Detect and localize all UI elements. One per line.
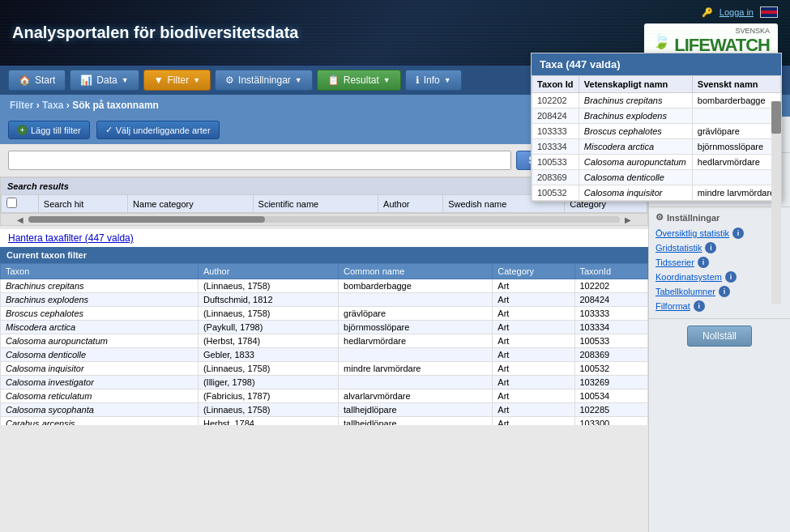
taxon-table-row[interactable]: Calosoma reticulatum(Fabricius, 1787)alv… [1, 389, 648, 403]
taxon-table-cell: tallhejdlöpare [339, 403, 493, 417]
taxon-col-name: Taxon [1, 264, 199, 279]
taxa-popup-row[interactable]: 102202Brachinus crepitansbombarderbagge [532, 93, 781, 109]
table-icon: 📋 [327, 74, 339, 86]
taxa-popup-cell: hedlarvmördare [692, 155, 780, 170]
taxon-table-cell: Herbst, 1784 [198, 417, 338, 426]
taxon-table-cell: 103269 [574, 376, 648, 389]
search-input[interactable] [8, 151, 511, 170]
taxa-popup-scroll[interactable]: Taxon Id Vetenskapligt namn Svenskt namn… [532, 75, 781, 201]
scroll-left-arrow[interactable]: ◀ [17, 215, 23, 224]
taxa-popup-cell: Brachinus crepitans [579, 93, 692, 109]
breadcrumb-filter-link[interactable]: Filter [10, 100, 33, 111]
taxa-popup-scrollbar[interactable] [771, 101, 781, 304]
nav-info-label: Info [424, 74, 440, 86]
nollstall-button[interactable]: Nollställ [687, 326, 752, 347]
taxa-popup-header: Taxa (447 valda) [532, 53, 781, 75]
login-link[interactable]: Logga in [720, 7, 754, 17]
taxon-tbody: Brachinus crepitans(Linnaeus, 1758)bomba… [1, 279, 648, 426]
gridstatistik-link[interactable]: Gridstatistik [655, 243, 702, 253]
taxa-popup-cell [692, 170, 780, 185]
nav-data-button[interactable]: 📊 Data ▼ [70, 70, 139, 91]
taxon-table-cell: Gebler, 1833 [198, 348, 338, 362]
taxon-table-row[interactable]: Brachinus explodensDuftschmid, 1812Art20… [1, 293, 648, 307]
nav-start-button[interactable]: 🏠 Start [8, 70, 66, 91]
taxa-popup-cell: Broscus cephalotes [579, 124, 692, 139]
filformat-row: Filformat i [655, 299, 784, 313]
taxon-table-cell: tallhejdlöpare [339, 417, 493, 426]
login-area: 🔑 Logga in [702, 6, 778, 18]
koordinatsystem-link[interactable]: Koordinatsystem [655, 272, 722, 282]
nav-installningar-button[interactable]: ⚙ Inställningar ▼ [215, 70, 313, 91]
gridstatistik-info-icon[interactable]: i [705, 242, 716, 253]
oversiktlig-link[interactable]: Översiktlig statistik [655, 228, 729, 238]
scroll-right-arrow[interactable]: ▶ [625, 215, 631, 224]
oversiktlig-row: Översiktlig statistik i [655, 226, 784, 240]
taxon-table-cell: Art [493, 307, 574, 321]
taxon-table-row[interactable]: Calosoma sycophanta(Linnaeus, 1758)tallh… [1, 403, 648, 417]
nav-data-label: Data [96, 74, 117, 86]
col-checkbox [2, 195, 39, 213]
nav-resultat-button[interactable]: 📋 Resultat ▼ [317, 70, 401, 91]
taxon-table-cell: Art [493, 417, 574, 426]
taxa-popup-row[interactable]: 208424Brachinus explodens [532, 109, 781, 124]
taxa-popup-row[interactable]: 103333Broscus cephalotesgrävlöpare [532, 124, 781, 139]
nav-start-label: Start [35, 74, 55, 86]
tabellkolumner-info-icon[interactable]: i [719, 286, 730, 297]
taxon-table-row[interactable]: Carabus arcensisHerbst, 1784tallhejdlöpa… [1, 417, 648, 426]
taxon-table-cell: Carabus arcensis [1, 417, 199, 426]
nav-filter-label: Filter [168, 74, 190, 86]
taxon-table-row[interactable]: Broscus cephalotes(Linnaeus, 1758)grävlö… [1, 307, 648, 321]
add-filter-button[interactable]: + Lägg till filter [8, 121, 90, 139]
taxon-table-row[interactable]: Calosoma denticolleGebler, 1833Art208369 [1, 348, 648, 362]
taxon-table-cell: 103300 [574, 417, 648, 426]
taxon-table-cell: (Linnaeus, 1758) [198, 279, 338, 293]
installningar-section-icon: ⚙ [655, 212, 664, 223]
chart-icon: 📊 [80, 74, 92, 86]
taxon-table-cell: Calosoma reticulatum [1, 389, 199, 403]
taxon-table-cell: grävlöpare [339, 307, 493, 321]
taxon-table-cell [339, 348, 493, 362]
taxa-popup-row[interactable]: 208369Calosoma denticolle [532, 170, 781, 185]
taxon-table-cell: Calosoma auropunctatum [1, 334, 199, 348]
taxon-table-cell: Broscus cephalotes [1, 307, 199, 321]
taxa-popup-row[interactable]: 103334Miscodera arcticabjörnmosslöpare [532, 139, 781, 155]
tidsserier-info-icon[interactable]: i [698, 257, 709, 268]
taxa-popup-row[interactable]: 100532Calosoma inquisitormindre larvmörd… [532, 185, 781, 201]
taxon-table-cell [339, 376, 493, 389]
tabellkolumner-link[interactable]: Tabellkolumner [655, 287, 715, 296]
breadcrumb-sep1: › [36, 100, 42, 111]
filformat-info-icon[interactable]: i [694, 300, 705, 312]
taxon-table-cell: (Linnaeus, 1758) [198, 403, 338, 417]
taxon-table-cell: alvarlarvmördare [339, 389, 493, 403]
taxon-filter-link[interactable]: Hantera taxafilter (447 valda) [0, 229, 648, 247]
taxon-table-row[interactable]: Calosoma investigator(Illiger, 1798)Art1… [1, 376, 648, 389]
koordinatsystem-info-icon[interactable]: i [725, 271, 737, 283]
taxon-table-row[interactable]: Brachinus crepitans(Linnaeus, 1758)bomba… [1, 279, 648, 293]
breadcrumb-current: Sök på taxonnamn [72, 100, 159, 111]
breadcrumb-taxa-link[interactable]: Taxa [42, 100, 63, 111]
popup-col-vetenskaplig: Vetenskapligt namn [579, 76, 692, 93]
oversiktlig-info-icon[interactable]: i [732, 228, 744, 239]
nav-info-button[interactable]: ℹ Info ▼ [405, 70, 462, 91]
taxon-thead-row: Taxon Author Common name Category TaxonI… [1, 264, 648, 279]
taxa-popup-cell: Calosoma auropunctatum [579, 155, 692, 170]
nav-filter-button[interactable]: ▼ Filter ▼ [143, 70, 211, 91]
select-all-checkbox[interactable] [6, 198, 17, 208]
tidsserier-link[interactable]: Tidsserier [655, 257, 694, 267]
taxon-table-cell: 208424 [574, 293, 648, 307]
hscrollbar[interactable]: ◀ ▶ [1, 214, 647, 225]
filformat-link[interactable]: Filformat [655, 301, 690, 311]
taxon-table-row[interactable]: Calosoma auropunctatum(Herbst, 1784)hedl… [1, 334, 648, 348]
popup-col-id: Taxon Id [532, 76, 579, 93]
taxon-table-cell: Art [493, 389, 574, 403]
taxa-popup-tbody: 102202Brachinus crepitansbombarderbagge2… [532, 93, 781, 201]
taxon-table-cell: 100532 [574, 362, 648, 376]
taxon-table-scroll[interactable]: Taxon Author Common name Category TaxonI… [0, 263, 648, 425]
taxon-table-row[interactable]: Calosoma inquisitor(Linnaeus, 1758)mindr… [1, 362, 648, 376]
taxon-table-row[interactable]: Miscodera arctica(Paykull, 1798)björnmos… [1, 321, 648, 334]
popup-col-svensk: Svenskt namn [692, 76, 780, 93]
taxa-popup-row[interactable]: 100533Calosoma auropunctatumhedlarvmörda… [532, 155, 781, 170]
select-subsp-button[interactable]: ✓ Välj underliggande arter [96, 121, 220, 139]
flag-icon[interactable] [760, 6, 778, 18]
taxon-table-cell: Art [493, 321, 574, 334]
